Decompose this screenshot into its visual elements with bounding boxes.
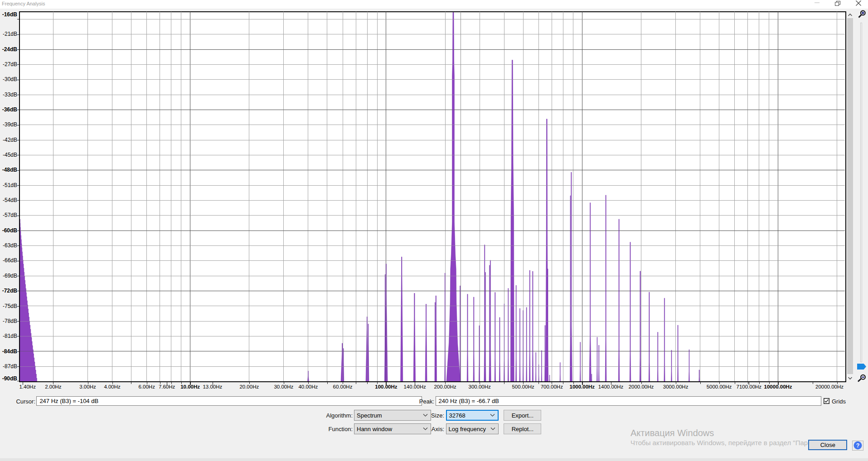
svg-text:?: ?	[856, 442, 860, 449]
